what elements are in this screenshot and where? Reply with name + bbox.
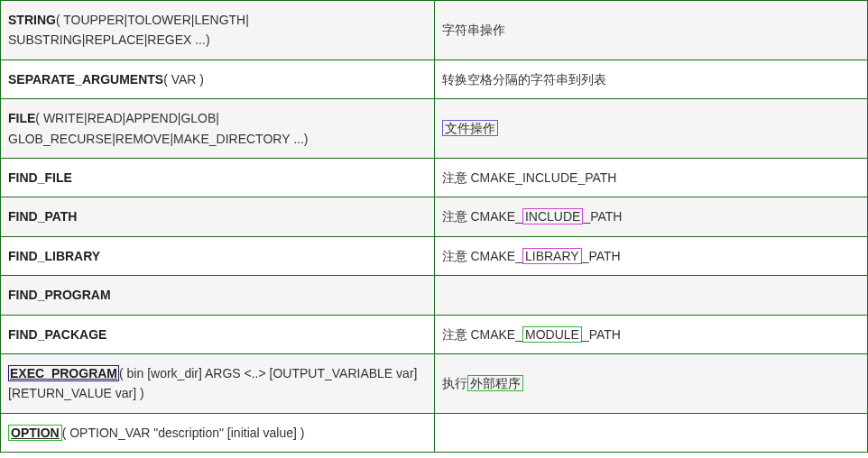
command-cell: FIND_FILE [1, 158, 435, 197]
description-cell: 注意 CMAKE_LIBRARY_PATH [434, 236, 868, 275]
table-row: FIND_LIBRARY注意 CMAKE_LIBRARY_PATH [1, 236, 868, 275]
highlighted-term: LIBRARY [522, 248, 582, 264]
description-text: 转换空格分隔的字符串到列表 [442, 72, 606, 87]
description-prefix: 注意 CMAKE_ [442, 209, 522, 224]
command-cell: FIND_PROGRAM [1, 276, 435, 315]
command-cell: EXEC_PROGRAM( bin [work_dir] ARGS <..> [… [1, 353, 435, 413]
command-cell: FIND_PACKAGE [1, 315, 435, 353]
description-suffix: _PATH [583, 209, 622, 224]
description-cell [434, 276, 868, 315]
command-name: FILE [8, 111, 35, 125]
command-args: ( WRITE|READ|APPEND|GLOB| GLOB_RECURSE|R… [8, 111, 308, 145]
description-cell: 注意 CMAKE_INCLUDE_PATH [434, 158, 868, 197]
table-row: FILE( WRITE|READ|APPEND|GLOB| GLOB_RECUR… [1, 99, 868, 159]
command-name: STRING [8, 13, 56, 27]
description-suffix: _PATH [582, 327, 621, 342]
command-args: ( VAR ) [163, 72, 204, 87]
table-row: STRING( TOUPPER|TOLOWER|LENGTH| SUBSTRIN… [1, 1, 868, 60]
command-cell: FILE( WRITE|READ|APPEND|GLOB| GLOB_RECUR… [1, 99, 435, 159]
description-text: 字符串操作 [442, 23, 505, 37]
description-cell: 转换空格分隔的字符串到列表 [434, 60, 868, 98]
command-name-link[interactable]: OPTION [8, 425, 62, 441]
description-prefix: 注意 CMAKE_ [442, 327, 522, 342]
description-cell: 注意 CMAKE_INCLUDE_PATH [434, 197, 868, 236]
command-name-link[interactable]: EXEC_PROGRAM [8, 365, 119, 381]
highlighted-term: 外部程序 [467, 375, 523, 391]
command-name: FIND_FILE [8, 170, 72, 185]
description-prefix: 注意 CMAKE_ [442, 249, 522, 263]
command-args: ( OPTION_VAR "description" [initial valu… [62, 426, 305, 440]
description-cell: 注意 CMAKE_MODULE_PATH [434, 315, 868, 353]
command-name: SEPARATE_ARGUMENTS [8, 72, 163, 87]
cmake-commands-table: STRING( TOUPPER|TOLOWER|LENGTH| SUBSTRIN… [0, 0, 868, 453]
table-row: OPTION( OPTION_VAR "description" [initia… [1, 413, 868, 452]
command-cell: FIND_LIBRARY [1, 236, 435, 275]
description-cell: 执行外部程序 [434, 353, 868, 413]
description-link[interactable]: 文件操作 [442, 120, 498, 136]
command-cell: FIND_PATH [1, 197, 435, 236]
description-text: 注意 CMAKE_INCLUDE_PATH [442, 170, 617, 185]
command-cell: STRING( TOUPPER|TOLOWER|LENGTH| SUBSTRIN… [1, 1, 435, 60]
description-prefix: 执行 [442, 376, 467, 390]
description-cell: 字符串操作 [434, 1, 868, 60]
table-row: FIND_PROGRAM [1, 276, 868, 315]
command-name: FIND_PATH [8, 209, 77, 224]
highlighted-term: INCLUDE [522, 208, 583, 224]
table-row: SEPARATE_ARGUMENTS( VAR )转换空格分隔的字符串到列表 [1, 60, 868, 98]
description-suffix: _PATH [582, 249, 621, 263]
table-row: FIND_PACKAGE注意 CMAKE_MODULE_PATH [1, 315, 868, 353]
table-row: FIND_PATH注意 CMAKE_INCLUDE_PATH [1, 197, 868, 236]
highlighted-term: MODULE [522, 326, 582, 343]
command-name: FIND_PACKAGE [8, 327, 106, 342]
table-row: FIND_FILE注意 CMAKE_INCLUDE_PATH [1, 158, 868, 197]
description-cell [434, 413, 868, 452]
command-cell: SEPARATE_ARGUMENTS( VAR ) [1, 60, 435, 98]
command-name: FIND_PROGRAM [8, 288, 111, 302]
command-cell: OPTION( OPTION_VAR "description" [initia… [1, 413, 435, 452]
command-name: FIND_LIBRARY [8, 249, 100, 263]
description-cell: 文件操作 [434, 99, 868, 159]
table-row: EXEC_PROGRAM( bin [work_dir] ARGS <..> [… [1, 353, 868, 413]
